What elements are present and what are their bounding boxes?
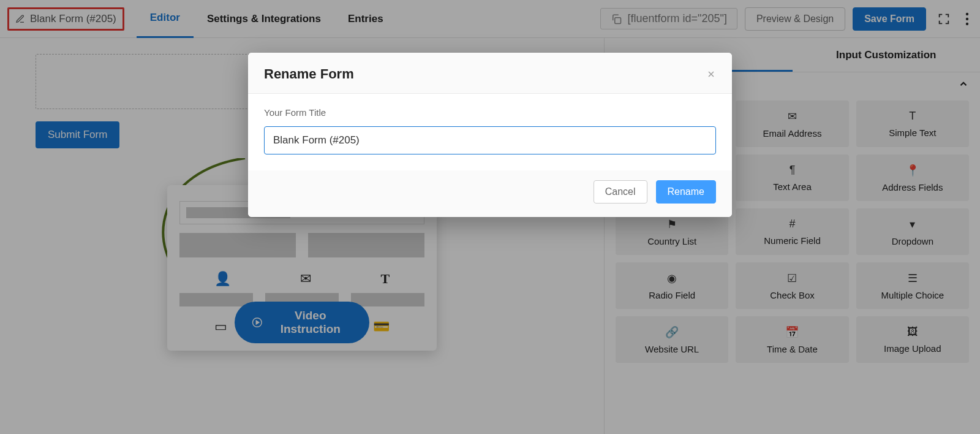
close-icon[interactable] bbox=[706, 69, 716, 79]
rename-button[interactable]: Rename bbox=[656, 180, 716, 204]
rename-form-modal: Rename Form Your Form Title Cancel Renam… bbox=[248, 53, 732, 217]
modal-title: Rename Form bbox=[264, 66, 354, 82]
form-title-input[interactable] bbox=[264, 126, 716, 154]
form-title-label: Your Form Title bbox=[264, 107, 716, 118]
cancel-button[interactable]: Cancel bbox=[594, 180, 647, 204]
